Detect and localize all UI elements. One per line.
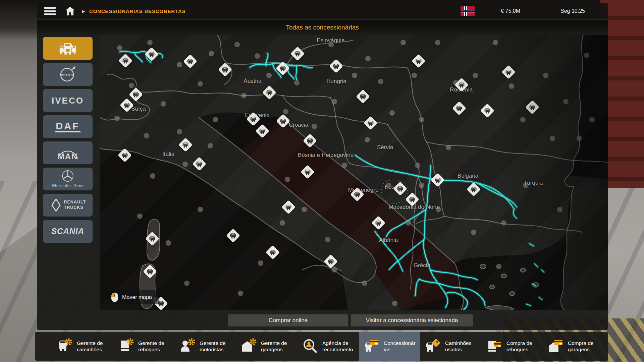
dealer-map-panel: Todas as concessionárias <box>37 20 608 330</box>
nav-recruitment-agency[interactable]: Agência de recrutamento <box>298 332 359 361</box>
nav-truck-manager[interactable]: Gerente de caminhões <box>52 332 113 361</box>
dealer-marker[interactable] <box>263 86 276 99</box>
home-icon[interactable] <box>64 6 76 16</box>
dealer-marker[interactable] <box>301 165 314 179</box>
dealer-truck-icon <box>148 51 155 58</box>
dealer-marker[interactable] <box>276 114 290 128</box>
dealer-marker[interactable] <box>282 200 295 214</box>
city-dot <box>285 177 290 182</box>
dealer-marker[interactable] <box>193 157 206 171</box>
dealer-marker[interactable] <box>120 99 133 112</box>
dealer-marker[interactable] <box>183 55 197 68</box>
dealer-marker[interactable] <box>143 265 157 278</box>
volvo-logo-icon: VOLVO <box>57 65 78 83</box>
nav-driver-manager[interactable]: Gerente de motoristas <box>175 332 236 361</box>
dealer-marker[interactable] <box>266 246 279 259</box>
city-dot <box>241 93 247 98</box>
menu-icon[interactable] <box>44 7 56 15</box>
city-dot <box>550 136 555 141</box>
nav-label: Compra de garagens <box>568 340 600 353</box>
border <box>444 216 582 232</box>
svg-text:VOLVO: VOLVO <box>61 73 73 77</box>
dealer-truck-icon <box>123 102 130 109</box>
city-dot <box>577 136 582 141</box>
city-dot <box>280 220 285 226</box>
dealer-marker[interactable] <box>481 104 494 117</box>
dealer-marker[interactable] <box>502 65 515 79</box>
dealer-marker[interactable] <box>218 63 232 76</box>
nav-garage-purchase[interactable]: Compra de garagens <box>543 332 604 361</box>
dealer-truck-icon <box>307 137 313 144</box>
nav-used-trucks[interactable]: Caminhões usados <box>420 332 482 361</box>
brand-filter-renault[interactable]: RENAULT TRUCKS <box>43 194 93 217</box>
border <box>416 216 444 224</box>
dealer-marker[interactable] <box>356 90 370 103</box>
dealer-marker[interactable] <box>146 232 159 245</box>
dealer-marker[interactable] <box>431 173 444 187</box>
dealer-marker[interactable] <box>364 116 377 130</box>
mercedes-star-icon <box>61 170 74 182</box>
dealer-marker[interactable] <box>276 62 289 75</box>
move-map-label: Mover mapa <box>122 294 152 300</box>
city-dot <box>137 214 143 219</box>
brand-filter-man[interactable]: MAN <box>43 141 93 164</box>
city-dot <box>283 109 288 114</box>
brand-filter-iveco[interactable]: IVECO <box>43 89 93 112</box>
visit-selected-dealer-button[interactable]: Visitar a concessionária selecionada <box>351 314 473 326</box>
dealer-truck-icon <box>158 300 164 307</box>
nav-garage-manager[interactable]: Gerente de garagens <box>236 332 298 361</box>
dealer-marker[interactable] <box>291 47 304 60</box>
brand-filter-mercedes[interactable]: Mercedes-Benz <box>43 168 93 190</box>
dealer-marker[interactable] <box>329 59 343 73</box>
dealer-marker[interactable] <box>179 138 192 152</box>
nav-label: Gerente de motoristas <box>200 340 232 353</box>
island <box>509 292 515 296</box>
city-dot <box>501 220 506 226</box>
city-dot <box>166 240 171 246</box>
dealer-marker[interactable] <box>247 112 260 126</box>
dealer-truck-icon <box>409 196 416 203</box>
dealer-marker[interactable] <box>256 124 269 138</box>
dealer-truck-icon <box>505 69 512 75</box>
city-dot <box>493 40 498 45</box>
nav-trailer-manager[interactable]: Gerente de reboques <box>113 332 175 361</box>
dealer-marker[interactable] <box>303 134 317 147</box>
city-dot <box>557 207 562 212</box>
dealer-marker[interactable] <box>372 216 385 230</box>
city-dot <box>365 56 371 61</box>
buy-online-button[interactable]: Comprar online <box>228 314 348 326</box>
dealer-marker[interactable] <box>412 54 425 68</box>
dealer-marker[interactable] <box>119 54 132 67</box>
nav-trailer-purchase[interactable]: Compra de reboques <box>482 332 543 361</box>
dealer-marker[interactable] <box>118 148 131 162</box>
dealer-marker[interactable] <box>406 193 419 206</box>
dealer-marker[interactable] <box>145 48 158 61</box>
dealer-marker[interactable] <box>351 188 364 201</box>
city-dot <box>436 207 441 212</box>
dealer-truck-icon <box>470 186 477 193</box>
city-dot <box>258 260 263 266</box>
city-dot <box>129 83 134 88</box>
city-dot <box>389 110 395 116</box>
brand-filter-volvo[interactable]: VOLVO <box>43 63 93 86</box>
dealer-map[interactable]: EslováquiaÁustriaHungriaRomêniaSuíçaEslo… <box>100 35 608 310</box>
dealer-marker[interactable] <box>324 255 337 268</box>
dealer-marker[interactable] <box>452 102 466 115</box>
dealer-marker[interactable] <box>526 101 539 114</box>
brand-filter-scania[interactable]: SCANIA <box>43 220 93 243</box>
dealer-marker[interactable] <box>467 183 480 196</box>
city-dot <box>392 301 397 306</box>
dealer-truck-icon <box>266 89 273 96</box>
dealer-truck-icon <box>354 191 361 198</box>
brand-filter-all-trucks[interactable] <box>43 37 93 60</box>
city-dot <box>584 53 589 58</box>
daf-logo: DAF <box>55 121 80 132</box>
dealer-marker[interactable] <box>455 78 468 92</box>
dealer-truck-icon <box>132 91 139 98</box>
nav-dealers[interactable]: Concessionárias <box>359 332 420 361</box>
man-logo-icon: MAN <box>55 145 80 161</box>
brand-filter-daf[interactable]: DAF <box>43 115 93 138</box>
dealer-marker[interactable] <box>393 182 407 195</box>
dealer-marker[interactable] <box>226 229 240 242</box>
city-dot <box>294 80 300 85</box>
